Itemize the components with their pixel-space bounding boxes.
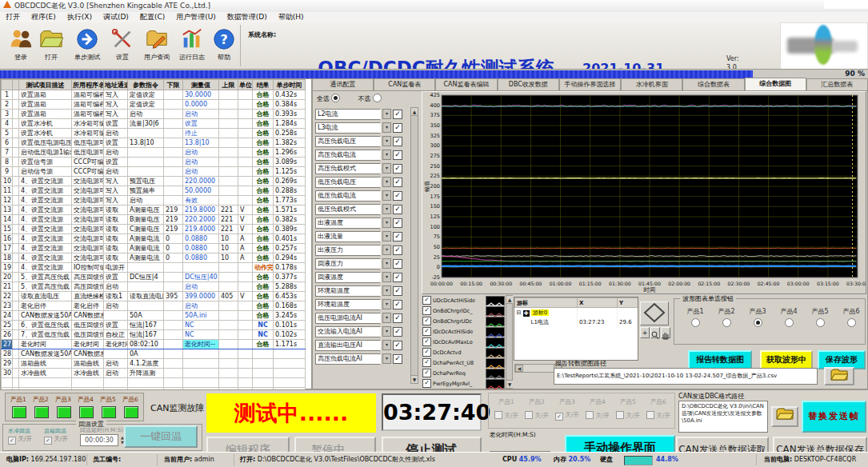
legend-scrollbar[interactable]: ▲ ▼ <box>506 295 513 389</box>
table-row[interactable]: 27老化时间老化时间老化时间08:02:10老化时间--合格1.171s <box>2 340 306 349</box>
signal-dropdown-icon[interactable]: ▾ <box>382 122 391 133</box>
report-path-field[interactable]: E:\TestReports\工装系统_\2021-10\2021-10-10 … <box>554 368 818 385</box>
table-row[interactable]: 267、设置低压负载低压回馈负载自校正恒流|167NCNC0.102s <box>2 330 306 340</box>
signal-dropdown-icon[interactable]: ▾ <box>382 258 391 269</box>
table-row[interactable]: 164、设置交流源交流电源可编读取A测量电流00.088010A合格0.401s <box>2 234 306 244</box>
legend-checkbox[interactable]: ✓ <box>422 358 431 367</box>
tab-综合数据图[interactable]: 综合数据图 <box>745 78 806 91</box>
signal-dropdown-icon[interactable]: ▾ <box>382 150 391 160</box>
table-row[interactable] <box>2 378 306 388</box>
signal-name-field[interactable]: 直流输出电压AI <box>315 340 381 351</box>
waveform-product-radio[interactable]: 产品5 <box>806 307 834 327</box>
signal-dropdown-icon[interactable]: ▾ <box>382 272 391 282</box>
table-row[interactable]: 256、设置低压负载低压回馈负载设置恒流|167NCNC0.101s <box>2 321 306 330</box>
product-switch-checkbox[interactable]: 关/开 <box>583 411 612 420</box>
dbc-path-field[interactable]: D:\OBCDCDC老化 V3.0\ini\CAN选项\CAN发送报文\发送报文… <box>678 401 768 433</box>
signal-dropdown-icon[interactable]: ▾ <box>382 313 391 323</box>
tab-水冷机界面[interactable]: 水冷机界面 <box>621 78 682 90</box>
legend-checkbox[interactable]: ✓ <box>422 296 431 305</box>
signal-checkbox[interactable]: ✓ <box>393 110 402 119</box>
signal-name-field[interactable]: 高压负载模式 <box>315 163 381 174</box>
signal-dropdown-icon[interactable]: ▾ <box>382 299 391 309</box>
signal-checkbox[interactable]: ✓ <box>393 191 402 201</box>
signal-checkbox[interactable]: ✓ <box>393 164 402 174</box>
checklist-scrollbar[interactable]: ▲ ▼ <box>410 107 418 384</box>
legend-color-thumb[interactable] <box>486 358 505 368</box>
waveform-product-radio[interactable]: 产品2 <box>712 307 741 327</box>
signal-checkbox[interactable]: ✓ <box>393 150 402 160</box>
replace-frame-button[interactable]: 替换发送帧 <box>802 401 866 433</box>
tab-DBC收发数据[interactable]: DBC收发数据 <box>498 78 559 90</box>
menu-item[interactable]: 打开 <box>0 12 26 22</box>
pan-hand-tool-icon[interactable] <box>661 327 670 338</box>
legend-color-thumb[interactable] <box>486 306 505 316</box>
legend-checkbox[interactable]: ✓ <box>422 306 431 315</box>
waveform-product-radio[interactable]: 产品3 <box>743 307 772 327</box>
signal-name-field[interactable]: 出液压力 <box>315 245 381 256</box>
signal-name-field[interactable]: 回液温度 <box>315 272 381 283</box>
signal-dropdown-icon[interactable]: ▾ <box>382 177 391 187</box>
scroll-left-icon[interactable]: ◀ <box>515 365 523 372</box>
signal-checkbox[interactable]: ✓ <box>393 205 402 214</box>
product-switch-checkbox[interactable]: 关/开 <box>644 411 673 420</box>
product-switch-checkbox[interactable]: ✓ 关/开 <box>553 411 582 421</box>
signal-checkbox[interactable]: ✓ <box>393 300 402 309</box>
table-row[interactable]: 2设置温箱温箱可编程指写入定值设定0.0000合格0.384s <box>2 100 306 110</box>
signal-dropdown-icon[interactable]: ▾ <box>382 353 391 364</box>
rewarm-delay-spinner[interactable]: 00:00:30▲▼ <box>80 434 118 446</box>
cursor-move-pad[interactable] <box>640 301 669 325</box>
signal-checkbox[interactable]: ✓ <box>393 286 402 296</box>
select-none-radio[interactable]: 不选 <box>358 95 383 102</box>
signal-dropdown-icon[interactable]: ▾ <box>382 218 391 228</box>
signal-dropdown-icon[interactable]: ▾ <box>382 285 391 296</box>
scroll-up-icon[interactable]: ▲ <box>411 108 418 116</box>
table-row[interactable]: 29温箱曲线温箱曲线启动4.1.2温度 <box>2 359 306 369</box>
signal-name-field[interactable]: 出液流量 <box>315 231 381 242</box>
signal-checkbox[interactable]: ✓ <box>393 218 402 228</box>
tab-手动操作界面选择[interactable]: 手动操作界面选择 <box>559 78 621 90</box>
toolbar-help-button[interactable]: ?帮助 <box>203 26 245 65</box>
table-row[interactable]: 134、设置交流源交流电源可编读取A测量电压219219.8000221V合格1… <box>2 206 306 215</box>
table-row[interactable]: 144、设置交流源交流电源可编读取B测量电压219220.2000221V合格0… <box>2 215 306 225</box>
signal-name-field[interactable]: 低压负载电流 <box>315 190 381 202</box>
waveform-product-radio[interactable]: 产品4 <box>774 307 803 327</box>
signal-dropdown-icon[interactable]: ▾ <box>382 204 391 214</box>
tree-expander[interactable]: ⊟ <box>517 309 522 316</box>
one-key-rewarm-button[interactable]: 一键回温 <box>124 425 198 448</box>
signal-checkbox[interactable]: ✓ <box>393 245 402 255</box>
tab-通讯配置[interactable]: 通讯配置 <box>312 78 374 90</box>
legend-checkbox[interactable]: ✓ <box>422 317 431 325</box>
table-row[interactable]: 22读取直流电压直流绝缘检测读取1读取直流电压395399.0000405V合格… <box>2 292 306 301</box>
table-row[interactable]: 23老化启停老化启停启动启动合格0.168s <box>2 301 306 311</box>
table-row[interactable]: 30水冷曲线水冷曲线启动升降温测 <box>2 369 306 378</box>
signal-name-field[interactable]: 环境箱温度 <box>315 285 381 297</box>
waveform-chart[interactable]: -250255075100125150175200225250275300325… <box>422 91 866 294</box>
signal-name-field[interactable]: 回液压力 <box>315 258 381 269</box>
signal-dropdown-icon[interactable]: ▾ <box>382 109 391 119</box>
menu-item[interactable]: 执行(X) <box>62 12 98 22</box>
menu-item[interactable]: 帮助(H) <box>273 12 310 22</box>
signal-name-field[interactable]: 交流输入电流AI <box>315 326 381 337</box>
legend-checkbox[interactable]: ✓ <box>422 348 431 357</box>
signal-name-field[interactable]: 低压负载电压 <box>315 177 381 188</box>
legend-checkbox[interactable]: ✓ <box>422 369 431 377</box>
signal-name-field[interactable]: 出液温度 <box>315 218 381 229</box>
table-row[interactable]: 1设置温箱温箱可编程指写入定值设定30.0000合格0.432s <box>2 90 306 100</box>
table-row[interactable]: 124、设置交流源交流电源可编写入启动有效合格1.773s <box>2 196 306 206</box>
signal-checkbox[interactable]: ✓ <box>393 137 402 146</box>
table-row[interactable]: 28CAN数据发送50ACAN数据发送0A <box>2 349 306 359</box>
scroll-up-icon[interactable]: ▲ <box>506 296 513 304</box>
signal-dropdown-icon[interactable]: ▾ <box>382 245 391 255</box>
dbc-browse-folder-icon[interactable] <box>771 406 798 427</box>
table-row[interactable]: 174、设置交流源交流电源可编读取A测量电流00.088010A合格0.257s <box>2 244 306 253</box>
scroll-down-icon[interactable]: ▼ <box>411 375 418 383</box>
product-switch-checkbox[interactable]: 关/开 <box>492 411 521 420</box>
table-row[interactable]: 104、设置交流源交流电源可编写入预置电压220.0000合格0.269s <box>2 177 306 186</box>
signal-name-field[interactable]: L2电流 <box>315 109 381 120</box>
signal-checkbox[interactable]: ✓ <box>393 354 402 364</box>
menu-item[interactable]: 数据管理(D) <box>222 12 273 22</box>
legend-color-thumb[interactable] <box>486 369 505 378</box>
waveform-product-radio[interactable]: 产品6 <box>837 307 866 327</box>
tab-综合数据表[interactable]: 综合数据表 <box>682 78 744 90</box>
signal-dropdown-icon[interactable]: ▾ <box>382 231 391 241</box>
